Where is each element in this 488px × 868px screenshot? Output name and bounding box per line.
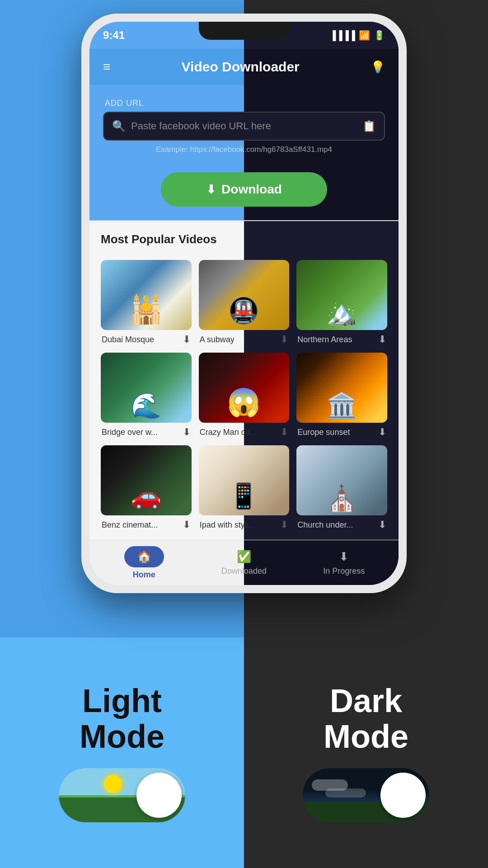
video-thumb-benz <box>101 445 192 515</box>
battery-icon: 🔋 <box>374 30 385 41</box>
video-item-church[interactable]: Church under... ⬇ <box>296 445 387 531</box>
video-title-dubai: Dubai Mosque <box>102 335 183 344</box>
in-progress-icon: ⬇ <box>339 550 349 564</box>
mode-section: LightMode DarkMode <box>0 637 488 868</box>
phone-outer: 9:41 ▐▐▐▐ 📶 🔋 ≡ Video Downloader 💡 ADD U… <box>81 14 407 593</box>
url-example: Example: https://facebook.com/hg6783aSff… <box>103 145 385 154</box>
nav-downloaded[interactable]: ✅ Downloaded <box>194 545 294 580</box>
phone-screen: 9:41 ▐▐▐▐ 📶 🔋 ≡ Video Downloader 💡 ADD U… <box>89 22 399 585</box>
nav-in-progress-label: In Progress <box>323 566 365 576</box>
nav-in-progress[interactable]: ⬇ In Progress <box>294 545 394 580</box>
app-title: Video Downloader <box>182 59 300 75</box>
video-title-europe: Europe sunset <box>297 428 378 437</box>
video-item-subway[interactable]: A subway ⬇ <box>199 260 290 345</box>
video-title-bridge: Bridge over w... <box>102 428 183 437</box>
video-label-row-crazy: Crazy Man ov... ⬇ <box>199 426 290 438</box>
video-thumb-bridge <box>101 353 192 423</box>
light-mode-toggle[interactable] <box>59 768 185 822</box>
signal-icon: ▐▐▐▐ <box>329 30 355 41</box>
video-dl-icon-europe[interactable]: ⬇ <box>378 426 386 438</box>
video-grid-section: Dubai Mosque ⬇ A subway ⬇ <box>89 260 399 540</box>
video-dl-icon-crazy[interactable]: ⬇ <box>280 426 288 438</box>
light-mode-title: LightMode <box>80 683 164 755</box>
video-thumb-church <box>296 445 387 515</box>
home-icon: 🏠 <box>137 550 151 563</box>
video-thumb-dubai <box>101 260 192 330</box>
video-label-row-northern: Northern Areas ⬇ <box>296 334 387 345</box>
nav-home[interactable]: 🏠 Home <box>94 542 194 584</box>
video-dl-icon-ipad[interactable]: ⬇ <box>280 519 288 531</box>
phone-container: 9:41 ▐▐▐▐ 📶 🔋 ≡ Video Downloader 💡 ADD U… <box>81 14 407 593</box>
nav-home-label: Home <box>133 570 155 580</box>
video-label-row-europe: Europe sunset ⬇ <box>296 426 387 438</box>
video-title-northern: Northern Areas <box>297 335 378 344</box>
video-dl-icon-bridge[interactable]: ⬇ <box>183 426 191 438</box>
toggle-knob <box>136 773 182 818</box>
video-item-crazy[interactable]: Crazy Man ov... ⬇ <box>199 353 290 438</box>
toggle-sun-icon <box>104 775 122 793</box>
video-thumb-northern <box>296 260 387 330</box>
wifi-icon: 📶 <box>359 30 370 41</box>
download-icon: ⬇ <box>206 183 216 197</box>
video-title-ipad: Ipad with styl... <box>200 520 281 530</box>
download-btn-wrapper: ⬇ Download <box>89 163 399 220</box>
video-title-subway: A subway <box>200 335 281 344</box>
video-item-benz[interactable]: Benz cinemat... ⬇ <box>101 445 192 531</box>
video-item-dubai[interactable]: Dubai Mosque ⬇ <box>101 260 192 345</box>
dark-mode-title: DarkMode <box>324 683 408 755</box>
url-input[interactable]: Paste facebook video URL here <box>131 120 357 132</box>
video-grid: Dubai Mosque ⬇ A subway ⬇ <box>101 260 387 531</box>
light-mode-panel: LightMode <box>0 637 244 868</box>
theme-toggle-icon[interactable]: 💡 <box>371 60 385 74</box>
dark-mode-panel: DarkMode <box>244 637 488 868</box>
download-label: Download <box>221 182 282 197</box>
video-label-row-subway: A subway ⬇ <box>199 334 290 345</box>
menu-icon[interactable]: ≡ <box>103 61 110 73</box>
bottom-navigation: 🏠 Home ✅ Downloaded ⬇ In Progress <box>89 540 399 585</box>
status-icons: ▐▐▐▐ 📶 🔋 <box>329 30 385 41</box>
video-item-bridge[interactable]: Bridge over w... ⬇ <box>101 353 192 438</box>
video-label-row-church: Church under... ⬇ <box>296 519 387 531</box>
url-input-container[interactable]: 🔍 Paste facebook video URL here 📋 <box>103 112 385 141</box>
app-screen: 9:41 ▐▐▐▐ 📶 🔋 ≡ Video Downloader 💡 ADD U… <box>89 22 399 585</box>
app-header: ≡ Video Downloader 💡 <box>89 49 399 85</box>
video-dl-icon-subway[interactable]: ⬇ <box>280 334 288 345</box>
dark-mode-toggle[interactable] <box>303 768 429 822</box>
phone-notch <box>199 22 289 40</box>
video-item-northern[interactable]: Northern Areas ⬇ <box>296 260 387 345</box>
video-title-church: Church under... <box>297 520 378 530</box>
video-title-crazy: Crazy Man ov... <box>200 428 281 437</box>
video-label-row-benz: Benz cinemat... ⬇ <box>101 519 192 531</box>
video-title-benz: Benz cinemat... <box>102 520 183 530</box>
video-label-row-dubai: Dubai Mosque ⬇ <box>101 334 192 345</box>
video-dl-icon-dubai[interactable]: ⬇ <box>183 334 191 345</box>
video-label-row-ipad: Ipad with styl... ⬇ <box>199 519 290 531</box>
video-dl-icon-northern[interactable]: ⬇ <box>378 334 386 345</box>
search-icon: 🔍 <box>112 120 126 132</box>
nav-downloaded-label: Downloaded <box>221 566 267 576</box>
paste-icon[interactable]: 📋 <box>362 120 376 132</box>
popular-section: Most Popular Videos <box>89 221 399 260</box>
status-time: 9:41 <box>103 29 125 42</box>
video-item-europe[interactable]: Europe sunset ⬇ <box>296 353 387 438</box>
popular-title: Most Popular Videos <box>101 232 387 246</box>
video-thumb-europe <box>296 353 387 423</box>
video-thumb-ipad <box>199 445 290 515</box>
video-thumb-crazy <box>199 353 290 423</box>
video-dl-icon-benz[interactable]: ⬇ <box>183 519 191 531</box>
video-thumb-subway <box>199 260 290 330</box>
url-section: ADD URL 🔍 Paste facebook video URL here … <box>89 85 399 163</box>
video-label-row-bridge: Bridge over w... ⬇ <box>101 426 192 438</box>
add-url-label: ADD URL <box>103 99 385 108</box>
video-dl-icon-church[interactable]: ⬇ <box>378 519 386 531</box>
downloaded-icon: ✅ <box>237 550 251 564</box>
toggle-clouds <box>312 779 348 791</box>
download-button[interactable]: ⬇ Download <box>161 172 327 207</box>
toggle-dark-knob <box>380 773 426 818</box>
nav-home-bg: 🏠 <box>124 546 164 567</box>
video-item-ipad[interactable]: Ipad with styl... ⬇ <box>199 445 290 531</box>
